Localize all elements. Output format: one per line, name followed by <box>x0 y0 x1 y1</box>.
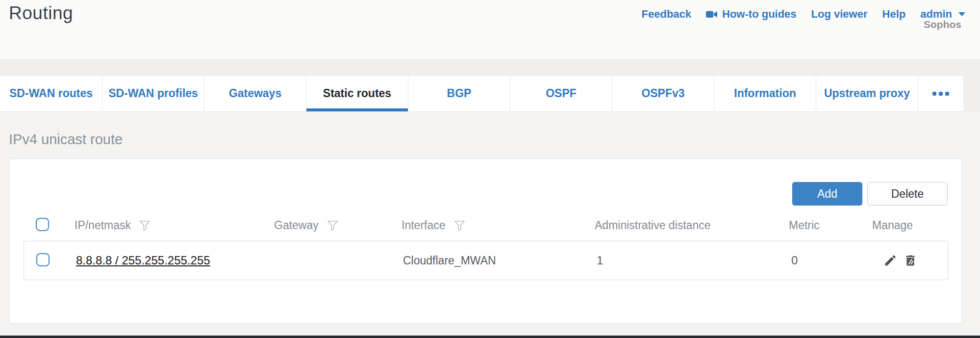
add-button[interactable]: Add <box>792 182 862 206</box>
tab-ospfv3[interactable]: OSPFv3 <box>612 76 714 111</box>
row-manage-actions <box>883 254 917 267</box>
filter-icon[interactable] <box>327 219 339 232</box>
delete-button[interactable]: Delete <box>867 182 948 206</box>
column-header-ip-netmask: IP/netmask <box>75 218 151 233</box>
section-heading: IPv4 unicast route <box>9 131 123 148</box>
tab-upstream-proxy[interactable]: Upstream proxy <box>816 76 918 111</box>
select-all-checkbox[interactable] <box>36 218 49 231</box>
filter-icon[interactable] <box>453 219 466 232</box>
page-title: Routing <box>9 3 73 24</box>
tab-bgp[interactable]: BGP <box>408 76 510 111</box>
tab-static-routes[interactable]: Static routes <box>306 76 408 111</box>
more-tabs-button[interactable] <box>918 76 963 111</box>
routing-page: Routing Feedback How-to guides Log viewe… <box>0 0 980 338</box>
table-row: 8.8.8.8 / 255.255.255.255 Cloudflare_MWA… <box>24 241 948 280</box>
tab-sdwan-profiles[interactable]: SD-WAN profiles <box>102 76 204 111</box>
column-header-metric: Metric <box>789 218 820 233</box>
ellipsis-icon <box>932 92 936 96</box>
help-link[interactable]: Help <box>882 8 906 21</box>
brand-label: Sophos <box>924 19 961 30</box>
top-navigation: Feedback How-to guides Log viewer Help a… <box>642 8 965 21</box>
route-ip-netmask-link[interactable]: 8.8.8.8 / 255.255.255.255 <box>76 254 210 267</box>
row-checkbox[interactable] <box>36 253 50 266</box>
howto-guides-link[interactable]: How-to guides <box>706 8 797 21</box>
delete-trash-icon[interactable] <box>904 254 917 267</box>
filter-icon[interactable] <box>139 219 151 232</box>
routing-tabbar: SD-WAN routes SD-WAN profiles Gateways S… <box>0 75 963 112</box>
feedback-link[interactable]: Feedback <box>642 8 692 21</box>
chevron-down-icon <box>958 12 965 16</box>
column-header-manage: Manage <box>872 218 913 233</box>
column-header-gateway: Gateway <box>274 218 339 233</box>
tab-sdwan-routes[interactable]: SD-WAN routes <box>0 76 102 111</box>
column-header-admin-distance: Administrative distance <box>595 218 711 233</box>
bottom-edge <box>0 336 980 338</box>
video-camera-icon <box>706 10 718 19</box>
static-routes-card: Add Delete IP/netmask Gateway Interface … <box>9 158 962 324</box>
tab-gateways[interactable]: Gateways <box>204 76 306 111</box>
tab-ospf[interactable]: OSPF <box>510 76 612 111</box>
route-metric-value: 0 <box>791 254 798 267</box>
column-header-interface: Interface <box>402 218 466 233</box>
route-interface-value: Cloudflare_MWAN <box>403 254 496 267</box>
log-viewer-link[interactable]: Log viewer <box>811 8 868 21</box>
route-admin-distance-value: 1 <box>597 254 603 267</box>
edit-pencil-icon[interactable] <box>883 254 897 267</box>
tab-information[interactable]: Information <box>714 76 816 111</box>
